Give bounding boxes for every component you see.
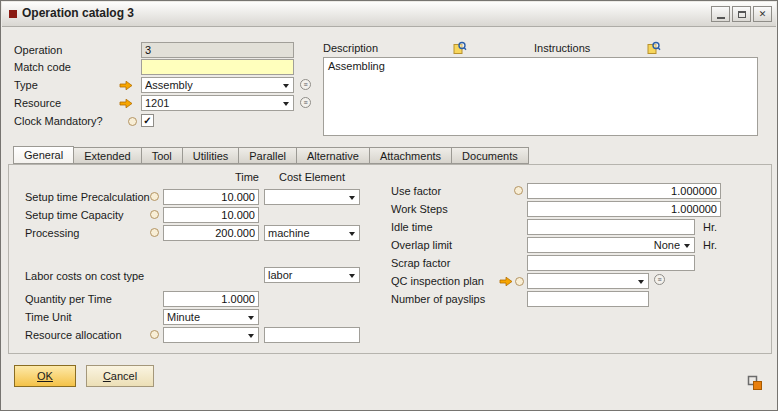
overlap-limit-value: None xyxy=(531,238,680,252)
minimize-button[interactable] xyxy=(711,6,730,22)
clock-mandatory-checkbox[interactable]: ✓ xyxy=(141,114,154,127)
labor-costs-label: Labor costs on cost type xyxy=(25,270,144,282)
type-edit-icon[interactable]: ≡ xyxy=(300,79,311,90)
time-unit-label: Time Unit xyxy=(25,311,72,323)
close-button[interactable]: ✕ xyxy=(753,6,772,22)
cost-element-column-header: Cost Element xyxy=(264,171,360,183)
resource-link-arrow-icon[interactable] xyxy=(119,98,133,109)
tab-extended[interactable]: Extended xyxy=(74,147,141,164)
instructions-label: Instructions xyxy=(534,42,590,54)
setup-precalc-cost-combo[interactable] xyxy=(264,189,360,205)
type-label: Type xyxy=(14,79,38,91)
cancel-button-label: Cancel xyxy=(87,366,153,386)
processing-cost-value: machine xyxy=(268,226,345,240)
labor-costs-value: labor xyxy=(268,268,345,282)
window-title: Operation catalog 3 xyxy=(22,6,134,20)
processing-time-field[interactable] xyxy=(163,225,259,241)
description-zoom-icon[interactable] xyxy=(453,41,467,55)
resource-edit-icon[interactable]: ≡ xyxy=(300,97,311,108)
chevron-down-icon xyxy=(349,196,355,200)
chevron-down-icon xyxy=(248,316,254,320)
setup-capacity-time-field[interactable] xyxy=(163,207,259,223)
close-icon: ✕ xyxy=(759,10,767,19)
resource-allocation-extra-field[interactable] xyxy=(264,327,360,343)
instructions-zoom-icon[interactable] xyxy=(647,41,661,55)
clock-field-context-icon[interactable] xyxy=(128,117,137,126)
qc-edit-icon[interactable]: ≡ xyxy=(654,274,665,285)
resource-allocation-combo[interactable] xyxy=(163,327,259,343)
resource-allocation-context-icon[interactable] xyxy=(150,330,159,339)
description-textarea[interactable]: Assembling xyxy=(323,57,758,136)
chevron-down-icon xyxy=(283,102,289,106)
time-unit-combo[interactable]: Minute xyxy=(163,309,259,325)
app-icon xyxy=(9,10,17,18)
chevron-down-icon xyxy=(349,232,355,236)
resource-combo-value: 1201 xyxy=(145,96,279,110)
idle-time-unit-label: Hr. xyxy=(703,221,717,233)
type-link-arrow-icon[interactable] xyxy=(119,80,133,91)
chevron-down-icon xyxy=(638,280,644,284)
processing-cost-combo[interactable]: machine xyxy=(264,225,360,241)
setup-precalc-context-icon[interactable] xyxy=(150,192,159,201)
tab-parallel[interactable]: Parallel xyxy=(239,147,297,164)
tab-documents[interactable]: Documents xyxy=(452,147,529,164)
qc-inspection-combo[interactable] xyxy=(527,273,649,289)
qc-link-arrow-icon[interactable] xyxy=(499,276,513,287)
qc-inspection-label: QC inspection plan xyxy=(391,275,484,287)
use-factor-field[interactable] xyxy=(527,183,721,199)
processing-context-icon[interactable] xyxy=(150,228,159,237)
maximize-icon xyxy=(738,11,746,18)
setup-precalc-label: Setup time Precalculation xyxy=(25,191,150,203)
checkmark-icon: ✓ xyxy=(143,115,151,126)
time-unit-value: Minute xyxy=(167,310,244,324)
work-steps-field[interactable] xyxy=(527,201,721,217)
tab-attachments[interactable]: Attachments xyxy=(370,147,452,164)
clock-mandatory-label: Clock Mandatory? xyxy=(14,115,103,127)
overlap-limit-combo[interactable]: None xyxy=(527,237,695,253)
setup-capacity-context-icon[interactable] xyxy=(150,210,159,219)
resource-label: Resource xyxy=(14,97,61,109)
match-code-label: Match code xyxy=(14,61,71,73)
tab-tool[interactable]: Tool xyxy=(142,147,183,164)
type-combo-value: Assembly xyxy=(145,78,279,92)
chevron-down-icon xyxy=(248,334,254,338)
use-factor-label: Use factor xyxy=(391,185,441,197)
labor-costs-combo[interactable]: labor xyxy=(264,267,360,283)
chevron-down-icon xyxy=(349,274,355,278)
overlap-limit-unit-label: Hr. xyxy=(703,239,717,251)
scrap-factor-label: Scrap factor xyxy=(391,257,450,269)
cancel-button[interactable]: Cancel xyxy=(86,365,154,387)
maximize-button[interactable] xyxy=(732,6,751,22)
tab-general[interactable]: General xyxy=(13,146,74,164)
minimize-icon xyxy=(717,17,725,19)
chevron-down-icon xyxy=(283,84,289,88)
idle-time-field[interactable] xyxy=(527,219,695,235)
description-label: Description xyxy=(323,42,378,54)
tab-utilities[interactable]: Utilities xyxy=(183,147,239,164)
payslips-label: Number of payslips xyxy=(391,293,485,305)
setup-precalc-time-field[interactable] xyxy=(163,189,259,205)
quantity-per-time-field[interactable] xyxy=(163,291,259,307)
operation-field[interactable] xyxy=(141,42,294,58)
operation-label: Operation xyxy=(14,44,62,56)
tab-strip: General Extended Tool Utilities Parallel… xyxy=(13,147,529,164)
scrap-factor-field[interactable] xyxy=(527,255,695,271)
match-code-field[interactable] xyxy=(141,59,294,75)
setup-capacity-label: Setup time Capacity xyxy=(25,209,123,221)
operation-catalog-window: Operation catalog 3 ✕ Operation Match co… xyxy=(0,0,778,411)
ok-button[interactable]: OK xyxy=(14,365,76,387)
type-combo[interactable]: Assembly xyxy=(141,77,294,93)
payslips-field[interactable] xyxy=(527,291,649,307)
processing-label: Processing xyxy=(25,227,79,239)
time-column-header: Time xyxy=(163,171,259,183)
title-bar[interactable]: Operation catalog 3 ✕ xyxy=(2,2,776,27)
ok-button-label: OK xyxy=(15,366,75,386)
use-factor-context-icon[interactable] xyxy=(514,186,523,195)
qc-context-icon[interactable] xyxy=(515,277,524,286)
resize-form-icon[interactable] xyxy=(747,375,763,391)
resource-combo[interactable]: 1201 xyxy=(141,95,294,111)
idle-time-label: Idle time xyxy=(391,221,433,233)
work-steps-label: Work Steps xyxy=(391,203,448,215)
tab-alternative[interactable]: Alternative xyxy=(297,147,370,164)
quantity-per-time-label: Quantity per Time xyxy=(25,293,112,305)
